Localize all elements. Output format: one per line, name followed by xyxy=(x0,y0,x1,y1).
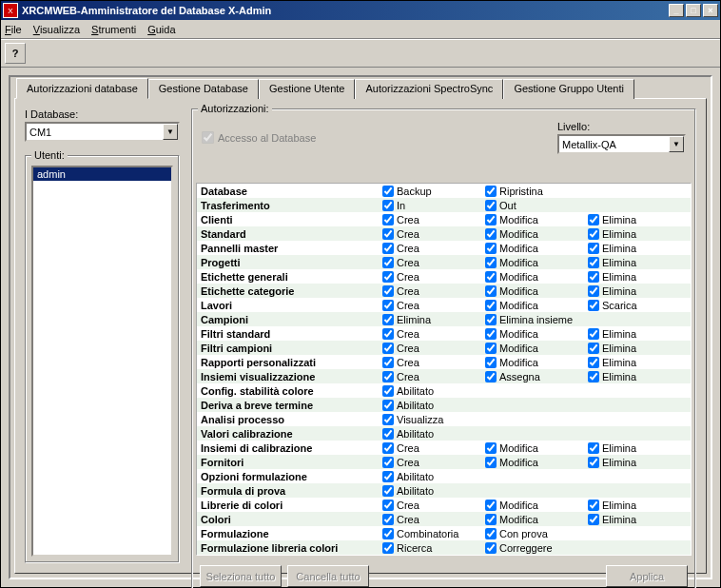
perm-checkbox[interactable] xyxy=(382,285,394,297)
perm-checkbox[interactable] xyxy=(485,200,497,211)
perm-checkbox[interactable] xyxy=(588,457,599,468)
perm-cell: Crea xyxy=(382,457,485,468)
tab-auth-db[interactable]: Autorizzazioni database xyxy=(16,78,148,99)
perm-checkbox[interactable] xyxy=(485,457,497,468)
perm-checkbox[interactable] xyxy=(382,186,394,197)
tab-auth-spectro[interactable]: Autorizzazioni SpectroSync xyxy=(355,79,503,99)
perm-checkbox[interactable] xyxy=(382,300,394,311)
perm-checkbox[interactable] xyxy=(382,428,394,440)
permissions-grid[interactable]: DatabaseBackupRipristinaTrasferimentoInO… xyxy=(196,183,692,556)
perm-checkbox[interactable] xyxy=(588,228,599,240)
perm-checkbox[interactable] xyxy=(485,300,497,311)
perm-checkbox[interactable] xyxy=(382,500,394,511)
perm-checkbox[interactable] xyxy=(382,385,394,397)
perm-checkbox[interactable] xyxy=(485,214,497,225)
perm-checkbox[interactable] xyxy=(485,442,497,454)
perm-checkbox[interactable] xyxy=(485,314,497,325)
perm-cell: Elimina xyxy=(588,257,691,268)
perm-checkbox[interactable] xyxy=(485,328,497,340)
perm-checkbox[interactable] xyxy=(485,285,497,297)
perm-checkbox[interactable] xyxy=(588,285,599,297)
menu-view[interactable]: Visualizza xyxy=(33,24,80,35)
db-combo[interactable]: CM1 ▼ xyxy=(25,122,180,142)
perm-checkbox[interactable] xyxy=(588,514,599,525)
perm-cell: Abilitato xyxy=(382,385,485,397)
perm-checkbox[interactable] xyxy=(485,228,497,240)
perm-checkbox[interactable] xyxy=(485,528,497,539)
perm-checkbox[interactable] xyxy=(382,271,394,283)
close-button[interactable]: × xyxy=(703,4,718,17)
perm-checkbox[interactable] xyxy=(382,442,394,454)
menu-tools[interactable]: Strumenti xyxy=(91,24,136,35)
perm-checkbox[interactable] xyxy=(382,314,394,325)
perm-checkbox[interactable] xyxy=(382,243,394,254)
perm-checkbox[interactable] xyxy=(588,243,599,254)
perm-checkbox[interactable] xyxy=(588,271,599,283)
perm-label: Elimina xyxy=(602,228,636,240)
perm-checkbox[interactable] xyxy=(485,514,497,525)
row-name: Campioni xyxy=(197,314,382,325)
perm-checkbox[interactable] xyxy=(588,300,599,311)
clear-all-button[interactable]: Cancella tutto xyxy=(287,565,369,587)
perm-checkbox[interactable] xyxy=(382,471,394,482)
menu-help[interactable]: Guida xyxy=(147,24,175,35)
help-button[interactable]: ? xyxy=(5,43,26,64)
perm-cell: Crea xyxy=(382,442,485,454)
row-name: Colori xyxy=(197,514,382,525)
perm-label: Crea xyxy=(397,328,419,340)
perm-checkbox[interactable] xyxy=(382,214,394,225)
perm-checkbox[interactable] xyxy=(485,542,497,554)
perm-checkbox[interactable] xyxy=(588,371,599,382)
perm-checkbox[interactable] xyxy=(485,500,497,511)
perm-label: Correggere xyxy=(499,542,553,554)
tab-manage-groups[interactable]: Gestione Gruppo Utenti xyxy=(503,79,634,99)
perm-checkbox[interactable] xyxy=(382,485,394,497)
perm-checkbox[interactable] xyxy=(588,500,599,511)
table-row: Etichette categorieCreaModificaElimina xyxy=(197,284,691,298)
level-combo[interactable]: Metallix-QA ▼ xyxy=(557,134,686,154)
perm-checkbox[interactable] xyxy=(485,371,497,382)
perm-checkbox[interactable] xyxy=(588,257,599,268)
perm-checkbox[interactable] xyxy=(485,243,497,254)
perm-checkbox[interactable] xyxy=(382,400,394,411)
perm-checkbox[interactable] xyxy=(382,357,394,368)
chevron-down-icon[interactable]: ▼ xyxy=(163,124,178,140)
perm-checkbox[interactable] xyxy=(485,357,497,368)
select-all-button[interactable]: Seleziona tutto xyxy=(200,565,282,587)
menu-file[interactable]: File xyxy=(5,24,22,35)
perm-checkbox[interactable] xyxy=(382,343,394,354)
perm-checkbox[interactable] xyxy=(588,214,599,225)
perm-checkbox[interactable] xyxy=(382,528,394,539)
perm-cell: Crea xyxy=(382,257,485,268)
perm-label: Elimina xyxy=(602,271,636,283)
perm-checkbox[interactable] xyxy=(485,271,497,283)
tab-manage-user[interactable]: Gestione Utente xyxy=(259,79,356,99)
perm-checkbox[interactable] xyxy=(382,542,394,554)
perm-checkbox[interactable] xyxy=(382,228,394,240)
minimize-button[interactable]: _ xyxy=(669,4,684,17)
table-row: ProgettiCreaModificaElimina xyxy=(197,255,691,269)
perm-checkbox[interactable] xyxy=(382,200,394,211)
perm-checkbox[interactable] xyxy=(588,357,599,368)
perm-checkbox[interactable] xyxy=(485,186,497,197)
apply-button[interactable]: Applica xyxy=(606,565,688,587)
perm-checkbox[interactable] xyxy=(382,257,394,268)
perm-checkbox[interactable] xyxy=(485,343,497,354)
perm-checkbox[interactable] xyxy=(382,328,394,340)
perm-checkbox[interactable] xyxy=(588,328,599,340)
maximize-button[interactable]: □ xyxy=(686,4,701,17)
perm-checkbox[interactable] xyxy=(382,514,394,525)
tab-manage-db[interactable]: Gestione Database xyxy=(148,79,259,99)
window-title: XRCMWEB-Amministratore del Database X-Ad… xyxy=(22,5,271,16)
perm-label: Crea xyxy=(397,500,419,511)
list-item[interactable]: admin xyxy=(33,167,171,181)
users-list[interactable]: admin xyxy=(31,166,173,557)
perm-cell: Correggere xyxy=(485,542,588,554)
perm-checkbox[interactable] xyxy=(588,442,599,454)
perm-checkbox[interactable] xyxy=(382,457,394,468)
perm-checkbox[interactable] xyxy=(485,257,497,268)
perm-checkbox[interactable] xyxy=(382,371,394,382)
perm-checkbox[interactable] xyxy=(588,343,599,354)
perm-checkbox[interactable] xyxy=(382,414,394,425)
chevron-down-icon[interactable]: ▼ xyxy=(669,136,684,152)
